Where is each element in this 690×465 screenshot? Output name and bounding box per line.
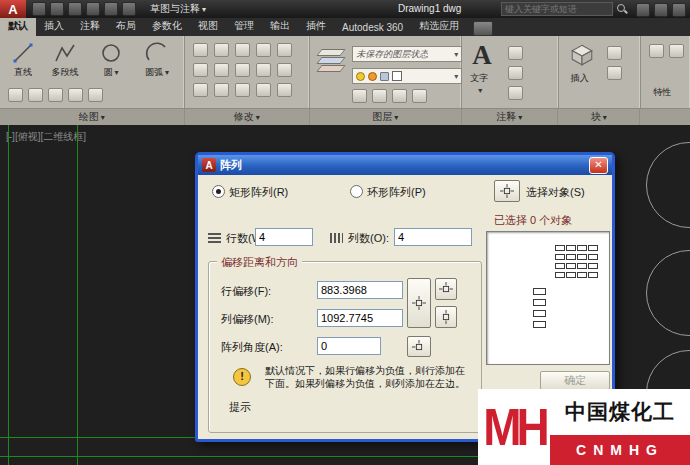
tab-annotate[interactable]: 注释 (72, 16, 108, 36)
text-tool-icon[interactable]: A (472, 40, 492, 70)
exchange-icon[interactable] (654, 3, 668, 17)
tab-featured-apps[interactable]: 精选应用 (411, 16, 467, 36)
insert-block-tool[interactable] (569, 42, 595, 70)
arc-tool[interactable]: 圆弧▾ (136, 41, 178, 79)
rectangular-array-label: 矩形阵列(R) (229, 186, 288, 198)
create-block-icon[interactable] (607, 46, 622, 60)
hatch-icon[interactable] (48, 88, 63, 102)
layer-select-dropdown[interactable]: ▾ (352, 68, 462, 84)
rectangle-icon[interactable] (8, 88, 23, 102)
panel-label-layer[interactable]: 图层▾ (310, 109, 462, 125)
pick-cursor-icon (439, 310, 453, 324)
redo-icon[interactable] (122, 2, 136, 16)
pick-col-offset-button[interactable] (435, 306, 457, 328)
circle-tool[interactable]: 圆▾ (90, 41, 132, 79)
preview-cell (588, 254, 598, 260)
modify-tool-icon[interactable] (256, 43, 271, 57)
angle-input[interactable] (317, 337, 381, 355)
open-file-icon[interactable] (50, 2, 64, 16)
panel-label-block[interactable]: 块▾ (558, 109, 640, 125)
help-icon[interactable] (672, 3, 686, 17)
layer-freeze-icon[interactable] (392, 89, 407, 103)
close-icon[interactable]: ✕ (589, 157, 608, 174)
preview-cell (566, 245, 576, 251)
columns-input[interactable] (394, 228, 472, 246)
spline-icon[interactable] (68, 88, 83, 102)
polar-array-radio[interactable]: 环形阵列(P) (350, 185, 426, 200)
block-cube-icon (569, 42, 595, 68)
pick-both-offsets-button[interactable] (407, 278, 431, 328)
layer-lock-icon[interactable] (412, 89, 427, 103)
tip-title: 提示 (229, 400, 251, 415)
layer-properties-icon[interactable] (316, 44, 346, 80)
tab-autodesk360[interactable]: Autodesk 360 (334, 19, 411, 36)
autocad-logo-button[interactable]: A (0, 0, 26, 18)
dimension-icon[interactable] (508, 46, 523, 60)
properties-palette-icon[interactable] (669, 44, 684, 58)
signin-icon[interactable] (636, 3, 650, 17)
ok-button[interactable]: 确定 (540, 371, 610, 390)
polyline-tool[interactable]: 多段线 (44, 41, 86, 79)
modify-tool-icon[interactable] (214, 43, 229, 57)
modify-tool-icon[interactable] (277, 83, 292, 97)
chevron-down-icon: ▾ (202, 5, 206, 14)
panel-label-annotation[interactable]: 注释▾ (462, 109, 558, 125)
modify-tool-icon[interactable] (235, 83, 250, 97)
rectangular-array-radio[interactable]: 矩形阵列(R) (212, 185, 288, 200)
preview-cell (577, 254, 587, 260)
match-properties-icon[interactable] (649, 44, 664, 58)
modify-tool-icon[interactable] (235, 63, 250, 77)
modify-tool-icon[interactable] (235, 43, 250, 57)
modify-tool-icon[interactable] (214, 63, 229, 77)
tab-layout[interactable]: 布局 (108, 16, 144, 36)
chevron-down-icon: ▾ (394, 113, 398, 122)
table-icon[interactable] (508, 86, 523, 100)
ribbon-options-icon[interactable] (473, 21, 493, 36)
edit-block-icon[interactable] (607, 66, 622, 80)
tab-manage[interactable]: 管理 (226, 16, 262, 36)
save-icon[interactable] (68, 2, 82, 16)
watermark: MH 中国煤化工 CNMHG (478, 389, 690, 465)
new-file-icon[interactable] (32, 2, 46, 16)
pick-row-offset-button[interactable] (435, 278, 457, 300)
point-icon[interactable] (88, 88, 103, 102)
panel-draw: 直线 多段线 圆▾ 圆弧▾ (0, 36, 185, 108)
tab-insert[interactable]: 插入 (36, 16, 72, 36)
line-tool[interactable]: 直线 (2, 41, 44, 79)
undo-icon[interactable] (104, 2, 118, 16)
tab-view[interactable]: 视图 (190, 16, 226, 36)
modify-tool-icon[interactable] (214, 83, 229, 97)
modify-tool-icon[interactable] (193, 63, 208, 77)
tab-home[interactable]: 默认 (0, 16, 36, 36)
preview-cell (577, 245, 587, 251)
panel-label-draw[interactable]: 绘图▾ (0, 109, 185, 125)
tab-output[interactable]: 输出 (262, 16, 298, 36)
layer-isolate-icon[interactable] (372, 89, 387, 103)
panel-modify (185, 36, 310, 108)
layer-off-icon[interactable] (352, 89, 367, 103)
row-offset-input[interactable] (317, 281, 403, 299)
leader-icon[interactable] (508, 66, 523, 80)
modify-tool-icon[interactable] (277, 43, 292, 57)
panel-label-modify[interactable]: 修改▾ (185, 109, 310, 125)
modify-tool-icon[interactable] (256, 63, 271, 77)
modify-tool-icon[interactable] (256, 83, 271, 97)
search-input[interactable] (501, 2, 613, 16)
col-offset-input[interactable] (317, 309, 403, 327)
pick-angle-button[interactable] (407, 336, 431, 357)
ellipse-icon[interactable] (28, 88, 43, 102)
plot-icon[interactable] (86, 2, 100, 16)
viewport-controls[interactable]: [-][俯视][二维线框] (6, 130, 86, 144)
line-label: 直线 (14, 66, 32, 79)
dialog-titlebar[interactable]: A 阵列 ✕ (198, 155, 612, 175)
select-objects-button[interactable] (494, 180, 520, 202)
modify-tool-icon[interactable] (277, 63, 292, 77)
modify-tool-icon[interactable] (193, 83, 208, 97)
modify-tool-icon[interactable] (193, 43, 208, 57)
search-icon[interactable] (616, 3, 628, 15)
rows-input[interactable] (255, 228, 313, 246)
workspace-switcher[interactable]: 草图与注释 ▾ (150, 2, 206, 16)
tab-plugins[interactable]: 插件 (298, 16, 334, 36)
tab-parametric[interactable]: 参数化 (144, 16, 190, 36)
layer-state-dropdown[interactable]: 未保存的图层状态 ▾ (352, 46, 462, 62)
